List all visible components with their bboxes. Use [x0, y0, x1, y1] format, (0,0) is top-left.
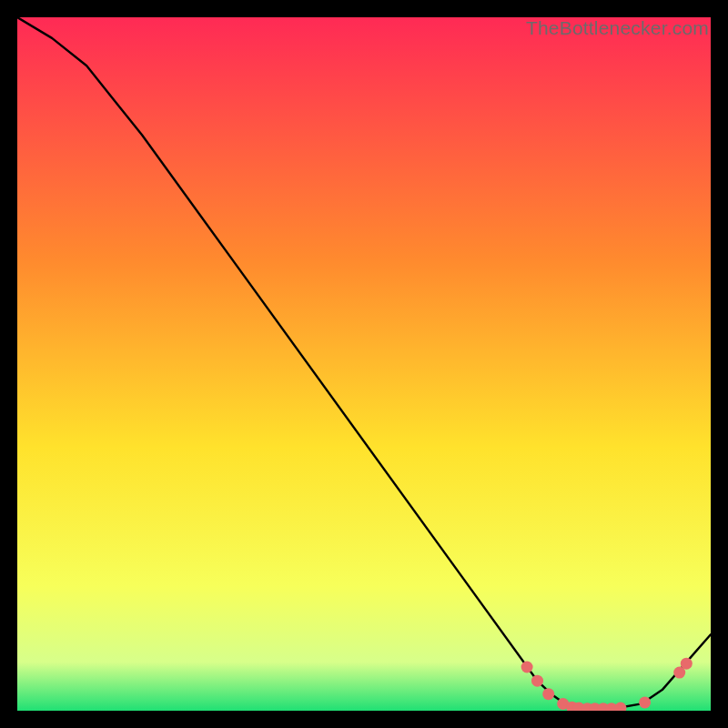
data-marker: [639, 696, 651, 708]
watermark-text: TheBottlenecker.com: [526, 17, 709, 39]
bottleneck-chart: [17, 17, 711, 711]
data-marker: [681, 658, 693, 670]
data-marker: [521, 662, 533, 673]
data-marker: [542, 688, 554, 700]
data-marker: [531, 675, 543, 687]
gradient-background: [17, 17, 711, 711]
chart-frame: TheBottlenecker.com: [17, 17, 711, 711]
